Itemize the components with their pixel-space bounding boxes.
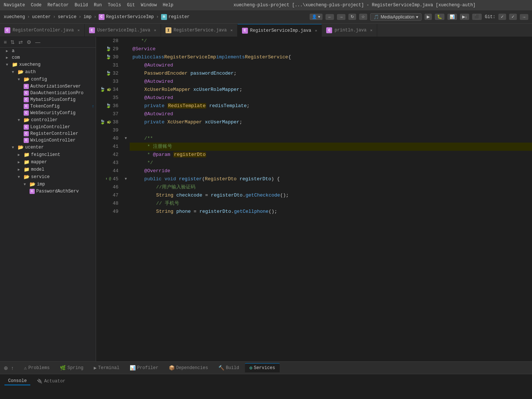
sidebar-toolbar: ≡ ⇅ ⇄ ⚙ — [0, 37, 96, 48]
tree-item-register-controller[interactable]: C RegisterController [0, 130, 96, 137]
tab-register-controller[interactable]: C RegisterController.java ✕ [0, 24, 85, 37]
tree-item-service[interactable]: ▼ 📂 service [0, 173, 96, 181]
tree-item-xuecheng[interactable]: ▼ 📁 xuecheng [0, 61, 96, 68]
gutter-41 [122, 143, 130, 151]
back-btn[interactable]: ← [325, 14, 334, 20]
bottom-tab-build[interactable]: 🔨 Build [214, 364, 243, 372]
tree-item-mybatis[interactable]: C MybatisPlusConfig [0, 96, 96, 103]
profile-btn[interactable]: 📊 [447, 14, 457, 20]
breadcrumb-class[interactable]: C RegisterServiceImp [99, 14, 154, 20]
more-run-btn[interactable]: ▶↓ [460, 14, 470, 20]
panel-icon-btn-2[interactable]: ↑ [11, 365, 14, 371]
run-btn[interactable]: ▶ [424, 14, 432, 20]
tree-item-password-auth[interactable]: C PasswordAuthServ [0, 188, 96, 195]
tab-register-service[interactable]: I RegisterService.java ✕ [161, 24, 238, 37]
c-icon-password: C [30, 189, 35, 194]
bottom-tab-profiler[interactable]: 📊 Profiler [125, 364, 163, 372]
tree-item-login-controller[interactable]: C LoginController [0, 124, 96, 130]
menu-git[interactable]: Git [127, 3, 135, 8]
code-lines[interactable]: */ @Service public class RegisterService… [130, 37, 532, 361]
code-line-36: private RedisTemplate redisTemplate; [130, 102, 532, 110]
menu-bar[interactable]: Navigate Code Refactor Build Run Tools G… [4, 3, 173, 8]
actuator-tab[interactable]: 🔌 Actuator [33, 377, 69, 385]
debug-btn[interactable]: 🐛 [435, 14, 444, 20]
breadcrumb-sep-4: › [94, 14, 96, 20]
tab-close-4[interactable]: ✕ [315, 28, 317, 33]
menu-code[interactable]: Code [31, 3, 42, 8]
expand-btn[interactable]: ⇅ [10, 38, 16, 46]
breadcrumb-ucenter[interactable]: ucenter [32, 14, 51, 20]
tree-item-model[interactable]: ▶ 📁 model [0, 166, 96, 173]
menu-build[interactable]: Build [75, 3, 88, 8]
tree-item-feignclient[interactable]: ▶ 📁 feignclient [0, 151, 96, 158]
bookmark-btn[interactable]: ☆ [359, 14, 367, 20]
breadcrumb-method[interactable]: m register [161, 14, 190, 20]
tree-item-mapper[interactable]: ▶ 📁 mapper [0, 158, 96, 166]
tab-close-2[interactable]: ✕ [154, 28, 156, 33]
menu-run[interactable]: Run [94, 3, 102, 8]
bottom-tab-dependencies[interactable]: 📦 Dependencies [164, 364, 212, 372]
refresh-btn[interactable]: ↻ [348, 14, 356, 20]
gutter-34 [122, 86, 130, 94]
gutter-40[interactable]: ▼ [122, 134, 130, 143]
tab-register-service-imp[interactable]: C RegisterServiceImp.java ✕ [238, 24, 322, 37]
bottom-tab-terminal[interactable]: ▶ Terminal [89, 364, 124, 372]
tree-item-token[interactable]: C TokenConfig ↑ [0, 103, 96, 110]
menu-help[interactable]: Help [163, 3, 174, 8]
tab-close-3[interactable]: ✕ [231, 28, 233, 33]
bottom-tab-spring[interactable]: 🌿 Spring [55, 364, 88, 372]
tree-item-auth[interactable]: ▼ 📂 auth [0, 68, 96, 76]
git-check1[interactable]: ✓ [498, 14, 506, 20]
breadcrumb-imp-label: imp [83, 14, 92, 20]
breadcrumb-imp[interactable]: imp [83, 14, 92, 20]
forward-btn[interactable]: → [337, 14, 345, 20]
tab-close-5[interactable]: ✕ [370, 28, 372, 33]
console-tab[interactable]: Console [4, 377, 30, 385]
menu-tools[interactable]: Tools [108, 3, 121, 8]
menu-refactor[interactable]: Refactor [47, 3, 69, 8]
bottom-tab-services[interactable]: ⚙ Services [245, 363, 279, 372]
code-editor[interactable]: 28 🍃 29 🍃 30 31 🍃 32 33 🍃 🐢 [96, 37, 532, 361]
tree-item-wxlogin[interactable]: C WxLoginController [0, 137, 96, 144]
tree-item-websecurity[interactable]: C WebSecurityConfig [0, 110, 96, 116]
tree-item-config[interactable]: ▼ 📂 config [0, 76, 96, 83]
tree-item-ucenter[interactable]: ▼ 📂 ucenter [0, 144, 96, 151]
sync-btn[interactable]: ⇄ [18, 38, 24, 46]
c-icon-wxlogin: C [24, 138, 29, 143]
menu-navigate[interactable]: Navigate [4, 3, 25, 8]
code-line-33: @Autowired [130, 78, 532, 86]
tree-item-com[interactable]: ▶ com [0, 54, 96, 61]
terminal-icon: ▶ [94, 365, 97, 371]
collapse-all-btn[interactable]: ≡ [3, 38, 7, 46]
panel-control-icons: ⊕ ↑ [4, 365, 14, 371]
profiler-icon: 📊 [130, 365, 136, 371]
bottom-tab-problems[interactable]: ⚠ Problems [20, 364, 54, 372]
breadcrumb-sep-5: › [156, 14, 159, 20]
tree-item-imp[interactable]: ▼ 📂 imp [0, 181, 96, 188]
stop-btn[interactable]: ⬛ [472, 14, 482, 20]
tab-close-1[interactable]: ✕ [78, 28, 80, 33]
tab-register-service-imp-label: RegisterServiceImp.java [250, 28, 311, 33]
git-more[interactable]: → [520, 14, 528, 20]
panel-icon-btn-1[interactable]: ⊕ [4, 365, 8, 371]
tree-item-daoauth[interactable]: C DaoAuthenticationPro [0, 90, 96, 96]
tree-item-controller[interactable]: ▼ 📂 controller [0, 116, 96, 124]
code-line-40: /** [130, 134, 532, 143]
tab-user-service-impl[interactable]: C UserServiceImpl.java ✕ [85, 24, 161, 37]
person-icon-btn[interactable]: 👤 ▾ [310, 14, 323, 20]
ln-37: 37 [100, 110, 119, 118]
gutter-45[interactable]: ▼ [122, 175, 130, 183]
gutter-48 [122, 200, 130, 208]
breadcrumb-service[interactable]: service [58, 14, 76, 20]
tab-println[interactable]: C println.java ✕ [322, 24, 377, 37]
git-check2[interactable]: ✓ [509, 14, 517, 20]
menu-window[interactable]: Window [141, 3, 157, 8]
dependencies-icon: 📦 [169, 365, 175, 371]
tree-item-a[interactable]: ▶ a [0, 48, 96, 54]
media-app-dropdown[interactable]: 🎵 MediaApplication ▾ [370, 13, 421, 21]
tab-println-label: println.java [334, 28, 366, 33]
breadcrumb-xuecheng[interactable]: xuecheng [4, 14, 25, 20]
tree-item-authserver[interactable]: C AuthorizationServer [0, 83, 96, 90]
minimize-btn[interactable]: — [34, 38, 41, 46]
settings-btn[interactable]: ⚙ [26, 38, 32, 46]
